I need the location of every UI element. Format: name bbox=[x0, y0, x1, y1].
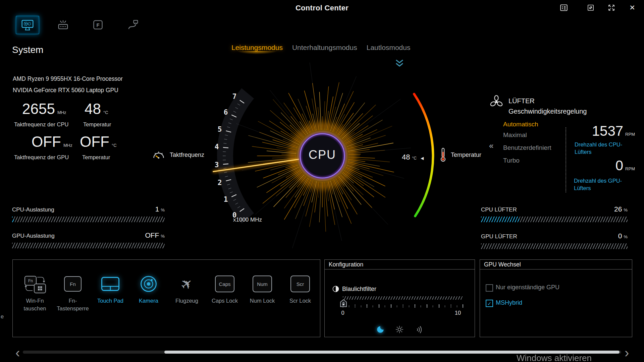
collapse-fan-options-icon[interactable]: « bbox=[489, 142, 493, 150]
svg-text:F: F bbox=[96, 22, 99, 28]
gpu-fan-bar bbox=[481, 243, 628, 249]
fn-lock-button[interactable]: Fn Fn- Tastensperre bbox=[55, 271, 91, 328]
discrete-gpu-checkbox[interactable] bbox=[486, 284, 493, 292]
cable-icon bbox=[127, 19, 139, 30]
monitor-gear-icon bbox=[21, 19, 34, 31]
cpu-fan-bar-fill bbox=[481, 217, 519, 222]
cpu-usage-row: CPU-Auslastung 1% bbox=[12, 205, 165, 213]
gpu-switch-panel: GPU Wechsel bbox=[480, 259, 632, 337]
fan-title: LÜFTER bbox=[508, 97, 535, 105]
airplane-mode-button[interactable]: ✈ Flugzeug bbox=[169, 271, 205, 328]
cpu-frequency-label: Taktfrequenz der CPU bbox=[14, 121, 68, 128]
tab-peripherals[interactable] bbox=[123, 17, 143, 33]
scrolled-button-label-partial: e bbox=[1, 313, 4, 320]
fan-mode-maximal[interactable]: Maximal bbox=[503, 131, 527, 139]
gpu-temp-label: Temperatur bbox=[82, 154, 110, 161]
cpu-fan-bar bbox=[481, 217, 628, 222]
num-key-icon: Num bbox=[244, 271, 280, 297]
fan-subtitle: Geschwindigkeitsregelung bbox=[508, 108, 587, 115]
fan-mode-automatisch[interactable]: Automatisch bbox=[503, 121, 538, 128]
close-icon[interactable]: ✕ bbox=[626, 2, 639, 13]
caps-lock-button[interactable]: Caps Caps Lock bbox=[207, 271, 243, 328]
camera-toggle-button[interactable]: Kamera bbox=[130, 271, 167, 328]
gpu-frequency-label: Taktfrequenz der GPU bbox=[14, 154, 69, 161]
win-fn-swap-icon: Fn bbox=[17, 271, 53, 297]
cpu-frequency-stat: 2655 MHz bbox=[22, 101, 66, 117]
titlebar: Control Center ✕ bbox=[0, 0, 644, 16]
discrete-gpu-label[interactable]: Nur eigenständige GPU bbox=[496, 284, 559, 291]
cpu-fan-bar-row: CPU LÜFTER 26% bbox=[481, 205, 628, 213]
konfiguration-title: Konfiguration bbox=[325, 260, 475, 269]
frequency-gauge-label: Taktfrequenz bbox=[170, 152, 204, 159]
scroll-lock-button[interactable]: Scr Scr Lock bbox=[282, 271, 318, 328]
caps-key-icon: Caps bbox=[207, 271, 243, 297]
cpu-temp-label: Temperatur bbox=[83, 121, 111, 128]
thermometer-icon bbox=[439, 147, 447, 164]
temperature-marker-icon: ◀ bbox=[421, 156, 424, 161]
gauge-scale-unit: x1000 MHz bbox=[233, 217, 262, 223]
fan-mode-benutzerdefiniert[interactable]: Benutzerdefiniert bbox=[503, 144, 551, 152]
svg-text:7: 7 bbox=[232, 93, 237, 101]
cpu-name: AMD Ryzen 9 9955HX 16-Core Processor bbox=[13, 75, 123, 82]
fn-key-icon: Fn bbox=[55, 271, 91, 297]
blue-light-label: Blaulichtfilter bbox=[342, 286, 376, 293]
fullscreen-icon[interactable] bbox=[605, 2, 618, 13]
temperature-gauge-label: Temperatur bbox=[451, 152, 481, 159]
win-fn-swap-button[interactable]: Fn Win-Fn tauschen bbox=[17, 271, 53, 328]
airplane-icon: ✈ bbox=[169, 271, 205, 297]
tab-keyboard-backlight[interactable] bbox=[53, 17, 73, 33]
scroll-right-icon[interactable]: › bbox=[625, 346, 629, 359]
fan-mode-turbo[interactable]: Turbo bbox=[503, 157, 520, 164]
num-lock-button[interactable]: Num Num Lock bbox=[244, 271, 280, 328]
gpu-usage-bar bbox=[12, 243, 165, 248]
night-mode-icon[interactable] bbox=[375, 324, 386, 335]
divider bbox=[566, 127, 566, 192]
slider-min-label: 0 bbox=[339, 310, 346, 316]
restore-window-icon[interactable] bbox=[584, 2, 597, 13]
blue-light-slider-track[interactable] bbox=[343, 296, 463, 300]
gpu-usage-row: GPU-Auslastung OFF% bbox=[12, 231, 165, 239]
gauge-center-label: CPU bbox=[302, 148, 342, 162]
mshybrid-label[interactable]: MSHybrid bbox=[496, 299, 522, 306]
cpu-temp-stat: 48 °C bbox=[85, 101, 108, 117]
light-wave-icon[interactable] bbox=[413, 324, 425, 335]
mshybrid-checkbox[interactable]: ✓ bbox=[486, 300, 493, 307]
touchpad-toggle-button[interactable]: Touch Pad bbox=[92, 271, 128, 328]
system-info-icon[interactable] bbox=[557, 2, 570, 13]
cpu-fan-rpm-label: Drehzahl des CPU-Lüfters bbox=[575, 141, 637, 156]
keyboard-backlight-icon bbox=[57, 19, 69, 30]
gpu-temp-stat: OFF °C bbox=[80, 133, 117, 150]
window-title: Control Center bbox=[0, 4, 644, 12]
brightness-icon[interactable] bbox=[394, 324, 405, 335]
cpu-usage-bar bbox=[12, 217, 165, 222]
gauge-scale-band bbox=[225, 94, 248, 219]
fan-icon bbox=[489, 95, 504, 111]
gpu-name: NVIDIA GeForce RTX 5060 Laptop GPU bbox=[13, 87, 118, 94]
svg-text:1: 1 bbox=[224, 195, 228, 203]
f-key-icon: F bbox=[92, 19, 104, 30]
camera-icon bbox=[130, 271, 167, 297]
svg-text:5: 5 bbox=[218, 125, 222, 133]
gpu-switch-title: GPU Wechsel bbox=[480, 260, 632, 269]
slider-max-label: 10 bbox=[453, 310, 462, 316]
cpu-usage-bar-fill bbox=[12, 217, 14, 222]
scr-key-icon: Scr bbox=[282, 271, 318, 297]
tab-flexikey[interactable]: F bbox=[88, 17, 108, 33]
cpu-fan-rpm: 1537 RPM bbox=[592, 123, 635, 139]
gpu-fan-rpm: 0 RPM bbox=[615, 158, 635, 174]
svg-text:4: 4 bbox=[215, 143, 219, 151]
speedometer-icon bbox=[152, 149, 165, 161]
svg-text:6: 6 bbox=[224, 108, 228, 116]
slider-ruler-minor bbox=[343, 305, 463, 307]
blue-light-icon bbox=[332, 285, 339, 294]
svg-text:3: 3 bbox=[215, 161, 219, 169]
gpu-fan-rpm-label: Drehzahl des GPU-Lüfters bbox=[574, 177, 636, 192]
gpu-frequency-stat: OFF MHz bbox=[32, 133, 72, 150]
page-title: System bbox=[12, 45, 43, 55]
check-icon: ✓ bbox=[487, 301, 492, 306]
windows-logo-icon bbox=[38, 286, 42, 291]
gpu-fan-bar-row: GPU LÜFTER 0% bbox=[481, 232, 628, 240]
scroll-left-icon[interactable]: ‹ bbox=[15, 346, 20, 359]
temperature-reading: 48 °C ◀ bbox=[402, 153, 424, 162]
tab-system[interactable] bbox=[16, 16, 39, 34]
